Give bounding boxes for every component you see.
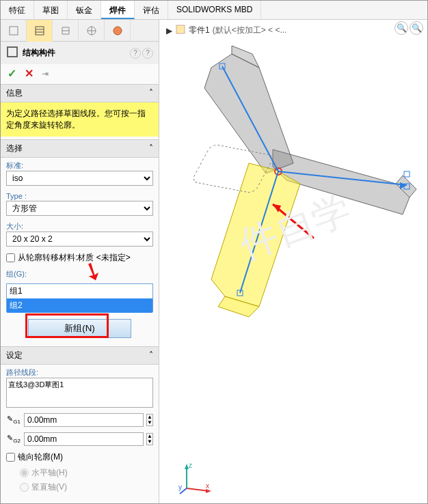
svg-text:y: y bbox=[178, 484, 182, 491]
zoom-tool-1[interactable]: 🔍 bbox=[394, 21, 408, 35]
settings-section-header[interactable]: 设定˄ bbox=[1, 346, 159, 365]
transfer-material-label: 从轮廓转移材料:材质 <未指定> bbox=[18, 252, 131, 264]
confirm-row: ✓ ✕ ⇥ ➘ bbox=[1, 64, 159, 83]
axes-triad: z x y bbox=[178, 461, 213, 495]
help-expand-icon[interactable]: ? bbox=[142, 48, 153, 59]
path-segment-value[interactable]: 直线3@3D草图1 bbox=[8, 380, 151, 390]
tab-evaluate[interactable]: 评估 bbox=[135, 1, 168, 19]
view-tools: 🔍 🔍 bbox=[394, 21, 423, 35]
breadcrumb-config: (默认<按加工> < <... bbox=[213, 25, 287, 36]
vert-axis-radio bbox=[20, 483, 29, 492]
horiz-axis-label: 水平轴(H) bbox=[31, 467, 68, 479]
part-icon bbox=[175, 24, 186, 37]
panel-tab-2[interactable] bbox=[27, 20, 53, 42]
pushpin-icon[interactable]: ⇥ bbox=[42, 69, 49, 79]
info-message: 为定义路径选择草图线段。您可按一指定角度来旋转轮廓。 bbox=[1, 102, 159, 137]
standard-label: 标准: bbox=[6, 161, 23, 169]
top-tabs: 特征 草图 钣金 焊件 评估 SOLIDWORKS MBD bbox=[1, 1, 427, 20]
transfer-material-checkbox[interactable] bbox=[6, 253, 15, 262]
group-item-2[interactable]: 组2 bbox=[7, 298, 152, 313]
breadcrumb-part: 零件1 bbox=[189, 25, 210, 36]
cancel-button[interactable]: ✕ bbox=[25, 67, 34, 80]
tab-feature[interactable]: 特征 bbox=[1, 1, 34, 19]
type-label: Type : bbox=[6, 192, 27, 200]
panel-tab-5[interactable] bbox=[105, 20, 131, 42]
zoom-tool-2[interactable]: 🔍 bbox=[410, 21, 423, 35]
g1-input[interactable] bbox=[24, 413, 144, 427]
panel-tab-3[interactable] bbox=[53, 20, 79, 42]
new-group-button[interactable]: 新组(N) bbox=[28, 319, 131, 338]
path-segment-label: 路径线段: bbox=[6, 368, 38, 376]
svg-rect-22 bbox=[404, 171, 410, 177]
mirror-profile-checkbox[interactable] bbox=[6, 453, 15, 462]
svg-text:x: x bbox=[206, 482, 209, 490]
structural-member-icon bbox=[6, 46, 18, 60]
chevron-up-icon: ˄ bbox=[149, 350, 153, 360]
selection-section-header[interactable]: 选择˄ bbox=[1, 139, 159, 158]
breadcrumb-expand-icon[interactable]: ▶ bbox=[166, 26, 172, 36]
svg-marker-12 bbox=[204, 54, 293, 173]
mirror-profile-label: 镜向轮廓(M) bbox=[18, 451, 63, 463]
model-view: 件自学 bbox=[163, 40, 423, 382]
tab-sketch[interactable]: 草图 bbox=[34, 1, 68, 19]
svg-rect-1 bbox=[36, 27, 44, 35]
group-item-1[interactable]: 组1 bbox=[7, 284, 152, 298]
tab-mbd[interactable]: SOLIDWORKS MBD bbox=[168, 1, 261, 19]
standard-select[interactable]: iso bbox=[6, 171, 153, 186]
chevron-up-icon: ˄ bbox=[149, 143, 153, 153]
panel-tab-4[interactable] bbox=[79, 20, 105, 42]
breadcrumb[interactable]: ▶ 零件1 (默认<按加工> < <... bbox=[166, 24, 286, 37]
help-icon[interactable]: ? bbox=[130, 48, 141, 59]
svg-rect-8 bbox=[8, 47, 17, 57]
graphics-viewport[interactable]: ▶ 零件1 (默认<按加工> < <... 🔍 🔍 bbox=[159, 20, 427, 503]
g2-icon: ✎G2 bbox=[6, 434, 21, 444]
size-label: 大小: bbox=[6, 222, 23, 230]
g1-icon: ✎G1 bbox=[6, 415, 21, 425]
panel-tab-1[interactable] bbox=[1, 20, 27, 42]
info-section-header[interactable]: 信息˄ bbox=[1, 84, 159, 102]
vert-axis-label: 竖直轴(V) bbox=[31, 481, 67, 493]
group-label: 组(G): bbox=[6, 270, 27, 278]
svg-text:z: z bbox=[189, 462, 192, 469]
type-select[interactable]: 方形管 bbox=[6, 201, 153, 216]
svg-rect-9 bbox=[176, 25, 185, 33]
g2-input[interactable] bbox=[24, 432, 144, 446]
svg-point-7 bbox=[113, 27, 122, 35]
tab-weldment[interactable]: 焊件 bbox=[101, 1, 135, 19]
property-panel: 结构构件 ? ? ✓ ✕ ⇥ ➘ 信息˄ 为定义路径选择草图线段。您可按一指定角… bbox=[1, 20, 159, 503]
accept-button[interactable]: ✓ bbox=[8, 67, 16, 80]
size-select[interactable]: 20 x 20 x 2 bbox=[6, 232, 153, 247]
horiz-axis-radio bbox=[20, 468, 29, 477]
feature-title-bar: 结构构件 ? ? bbox=[1, 42, 159, 64]
chevron-up-icon: ˄ bbox=[149, 88, 153, 98]
g1-spinner[interactable]: ▲▼ bbox=[146, 414, 153, 426]
panel-mode-tabs bbox=[1, 20, 159, 42]
svg-rect-0 bbox=[10, 27, 18, 35]
feature-title-text: 结构构件 bbox=[23, 47, 55, 59]
g2-spinner[interactable]: ▲▼ bbox=[146, 433, 153, 445]
tab-sheetmetal[interactable]: 钣金 bbox=[68, 1, 101, 19]
groups-listbox[interactable]: 组1 组2 bbox=[6, 283, 153, 312]
